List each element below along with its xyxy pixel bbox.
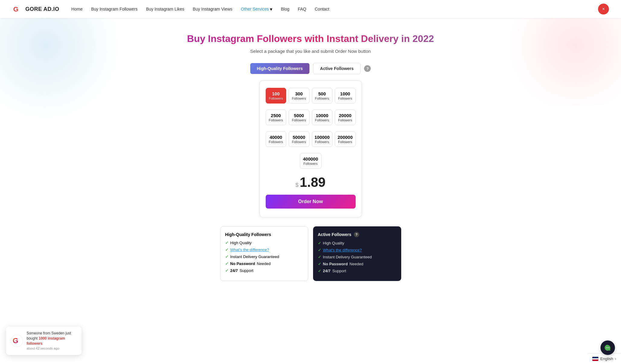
list-item: No Password Needed [318,262,396,266]
list-item: What's the difference? [225,247,303,252]
price-amount: 1.89 [300,175,326,190]
whats-difference-link-1[interactable]: What's the difference? [230,247,269,252]
chat-icon [604,344,611,351]
list-item: Instant Delivery Guaranteed [225,254,303,259]
followers-row-2: 2500 Followers 5000 Followers 10000 Foll… [266,110,356,125]
cart-button[interactable]: × [598,4,609,14]
list-item: High Quality [225,241,303,245]
compare-card-hq: High-Quality Followers High Quality What… [220,226,308,281]
currency-symbol: $ [296,182,299,188]
list-item: Instant Delivery Guaranteed [318,255,396,259]
list-item: 24/7 Support [318,269,396,273]
compare-card-active: Active Followers ? High Quality What's t… [313,226,401,281]
package-50000[interactable]: 50000 Followers [289,131,309,147]
help-icon-sm[interactable]: ? [354,232,359,237]
logo-text: GORE AD.IO [25,6,59,12]
compare-active-list: High Quality What's the difference? Inst… [318,241,396,273]
package-100[interactable]: 100 Followers [266,88,286,104]
list-item: 24/7 Support [225,268,303,273]
svg-text:G: G [13,5,18,13]
dropdown-arrow-icon: ▾ [270,6,272,12]
logo-icon: G [12,4,23,14]
tabs-row: High-Quality Followers Active Followers … [6,63,615,74]
compare-active-title: Active Followers ? [318,232,396,237]
package-300[interactable]: 300 Followers [289,88,309,104]
package-2500[interactable]: 2500 Followers [266,110,286,125]
price-display: $ 1.89 [266,175,356,190]
package-1000[interactable]: 1000 Followers [335,88,356,104]
nav-buy-likes[interactable]: Buy Instagram Likes [146,7,184,11]
package-40000[interactable]: 40000 Followers [266,131,286,147]
chat-button[interactable] [600,340,615,355]
order-now-button[interactable]: Order Now [266,195,356,209]
list-item: No Password Needed [225,261,303,266]
toast-notification: G Someone from Sweden just bought 1000 i… [6,327,82,355]
chevron-right-icon: › [615,357,616,361]
navbar: G GORE AD.IO Home Buy Instagram Follower… [0,0,621,18]
nav-home[interactable]: Home [71,7,82,11]
nav-buy-followers[interactable]: Buy Instagram Followers [91,7,138,11]
package-100000[interactable]: 100000 Followers [312,131,333,147]
compare-hq-list: High Quality What's the difference? Inst… [225,241,303,273]
package-card: 100 Followers 300 Followers 500 Follower… [259,80,362,217]
package-500[interactable]: 500 Followers [312,88,333,104]
main-content: Buy Instagram Followers with Instant Del… [0,18,621,299]
tab-active-followers[interactable]: Active Followers [313,63,360,74]
svg-point-5 [607,347,608,348]
whats-difference-link-2[interactable]: What's the difference? [323,248,362,252]
followers-row-1: 100 Followers 300 Followers 500 Follower… [266,88,356,104]
tab-high-quality[interactable]: High-Quality Followers [250,63,309,74]
nav-other-services[interactable]: Other Services [241,7,269,11]
toast-text: Someone from Sweden just bought 1000 ins… [27,331,77,351]
nav-faq[interactable]: FAQ [298,7,306,11]
nav-links: Home Buy Instagram Followers Buy Instagr… [71,6,598,12]
package-5000[interactable]: 5000 Followers [289,110,309,125]
list-item: What's the difference? [318,248,396,252]
toast-logo-icon: G [11,335,23,347]
help-icon[interactable]: ? [364,65,371,72]
language-label: English [600,356,613,361]
followers-row-4: 400000 Followers [266,153,356,169]
svg-point-6 [609,347,609,348]
svg-text:G: G [13,337,18,345]
compare-hq-title: High-Quality Followers [225,232,303,237]
package-400000[interactable]: 400000 Followers [300,153,322,169]
list-item: High Quality [318,241,396,245]
toast-message: Someone from Sweden just bought 1000 ins… [27,331,77,346]
language-bar[interactable]: English › [587,353,621,364]
package-10000[interactable]: 10000 Followers [312,110,333,125]
svg-point-4 [606,347,607,348]
package-20000[interactable]: 20000 Followers [335,110,356,125]
toast-time: about 42 seconds ago [27,346,77,351]
page-subtitle: Select a package that you like and submi… [6,49,615,54]
nav-blog[interactable]: Blog [281,7,289,11]
compare-section: High-Quality Followers High Quality What… [220,226,401,281]
package-200000[interactable]: 200000 Followers [335,131,356,147]
page-title: Buy Instagram Followers with Instant Del… [6,33,615,44]
logo[interactable]: G GORE AD.IO [12,4,59,14]
flag-icon [592,357,598,361]
nav-buy-views[interactable]: Buy Instagram Views [193,7,232,11]
followers-row-3: 40000 Followers 50000 Followers 100000 F… [266,131,356,147]
nav-contact[interactable]: Contact [315,7,329,11]
